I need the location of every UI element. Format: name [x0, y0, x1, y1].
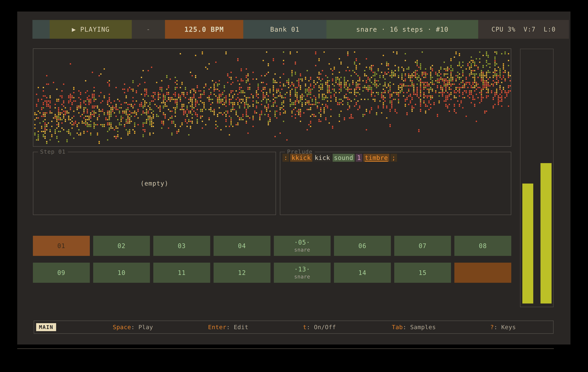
step-button-03[interactable]: 03	[153, 236, 210, 256]
topbar-spacer	[32, 20, 50, 39]
top-status-bar: ▶ PLAYING - 125.0 BPM Bank 01 snare · 16…	[32, 20, 569, 39]
step-button-08[interactable]: 08	[454, 236, 511, 256]
topbar-separator: -	[132, 20, 165, 39]
shortcut-action: : Keys	[494, 324, 516, 331]
step-panel-title: Step 01	[38, 149, 68, 155]
vu-meter-panel	[520, 49, 554, 307]
step-button-number: 08	[479, 242, 487, 250]
step-button-02[interactable]: 02	[93, 236, 150, 256]
shortcut-onoff: t: On/Off	[303, 324, 336, 331]
step-button-number: ·13·	[294, 266, 310, 273]
step-button-05[interactable]: ·05·snare	[274, 236, 331, 256]
shortcut-keys: ?: Keys	[490, 324, 516, 331]
shortcut-edit: Enter: Edit	[208, 324, 249, 331]
step-button-number: 01	[57, 242, 65, 250]
code-token-1[interactable]: 1	[356, 154, 362, 162]
shortcut-play: Space: Play	[113, 324, 153, 331]
code-token-kkick[interactable]: kkick	[290, 154, 312, 162]
step-button-number: 10	[117, 269, 126, 276]
step-button-10[interactable]: 10	[93, 263, 150, 283]
sequencer-window: ▶ PLAYING - 125.0 BPM Bank 01 snare · 16…	[17, 11, 570, 344]
system-stats: CPU 3% V:7 L:0	[478, 20, 569, 39]
shortcut-bar: MAIN Space: PlayEnter: Editt: On/OffTab:…	[34, 321, 554, 334]
step-button-sample-label: snare	[294, 274, 310, 280]
step-button-number: 14	[358, 269, 367, 276]
step-empty-label: (empty)	[140, 180, 168, 187]
step-detail-panel: Step 01 (empty)	[33, 152, 276, 215]
step-button-09[interactable]: 09	[33, 263, 90, 283]
pattern-info: snare · 16 steps · #10	[326, 20, 478, 39]
step-button-number: 03	[178, 242, 186, 250]
code-token-sound[interactable]: sound	[333, 154, 355, 162]
bank-display[interactable]: Bank 01	[243, 20, 326, 39]
step-button-number: 04	[238, 242, 246, 250]
grain-scatter-panel	[33, 48, 511, 147]
shortcut-key: Space	[113, 324, 131, 331]
shortcut-action: : Play	[131, 324, 153, 331]
shortcut-action: : Edit	[226, 324, 248, 331]
step-button-11[interactable]: 11	[153, 263, 210, 283]
step-button-number: ·05·	[294, 239, 310, 246]
step-button-number: 09	[57, 269, 65, 276]
pattern-info-label: snare · 16 steps · #10	[356, 26, 448, 33]
cpu-voices-label: CPU 3% V:7 L:0	[492, 26, 556, 33]
play-icon-and-label: ▶ PLAYING	[72, 26, 110, 33]
prelude-code-panel[interactable]: Prelude :kkickkicksound1timbre;	[280, 152, 511, 215]
step-button-number: 06	[358, 242, 367, 250]
bpm-display[interactable]: 125.0 BPM	[165, 20, 243, 39]
bpm-value: 125.0 BPM	[184, 26, 224, 33]
vu-meter-right	[540, 163, 552, 303]
bank-label: Bank 01	[270, 26, 300, 33]
step-button-01[interactable]: 01	[33, 236, 90, 256]
step-button-14[interactable]: 14	[334, 263, 391, 283]
step-button-06[interactable]: 06	[334, 236, 391, 256]
shortcut-key: t	[303, 324, 307, 331]
prelude-code-line: :kkickkicksound1timbre;	[283, 154, 397, 162]
shortcut-key: Tab	[392, 324, 403, 331]
step-button-12[interactable]: 12	[214, 263, 271, 283]
app-screen: ▶ PLAYING - 125.0 BPM Bank 01 snare · 16…	[0, 0, 588, 372]
vu-meter-left	[522, 183, 533, 303]
shortcut-action: : Samples	[403, 324, 436, 331]
step-button-16[interactable]	[454, 263, 511, 283]
transport-status[interactable]: ▶ PLAYING	[50, 20, 132, 39]
code-token-kick[interactable]: kick	[313, 154, 332, 162]
step-button-15[interactable]: 15	[394, 263, 451, 283]
code-token-punct0[interactable]: :	[283, 154, 289, 162]
shortcut-key: Enter	[208, 324, 226, 331]
code-token-timbre[interactable]: timbre	[363, 154, 389, 162]
shortcut-action: : On/Off	[307, 324, 336, 331]
step-button-number: 11	[178, 269, 186, 276]
step-button-07[interactable]: 07	[394, 236, 451, 256]
step-button-number: 12	[238, 269, 246, 276]
step-button-sample-label: snare	[294, 247, 310, 253]
step-button-04[interactable]: 04	[214, 236, 271, 256]
step-button-number: 15	[419, 269, 427, 276]
mode-badge: MAIN	[36, 323, 56, 331]
code-token-punct6[interactable]: ;	[390, 154, 397, 162]
step-button-number: 02	[117, 242, 126, 250]
grain-scatter-canvas	[33, 49, 511, 146]
step-button-grid: 01020304·05·snare06070809101112·13·snare…	[33, 236, 511, 283]
separator-dash: -	[146, 26, 150, 33]
shortcut-key: ?	[490, 324, 494, 331]
step-button-13[interactable]: ·13·snare	[274, 263, 331, 283]
screen-bezel-line	[17, 348, 554, 349]
shortcut-samples: Tab: Samples	[392, 324, 436, 331]
step-button-number: 07	[419, 242, 427, 250]
